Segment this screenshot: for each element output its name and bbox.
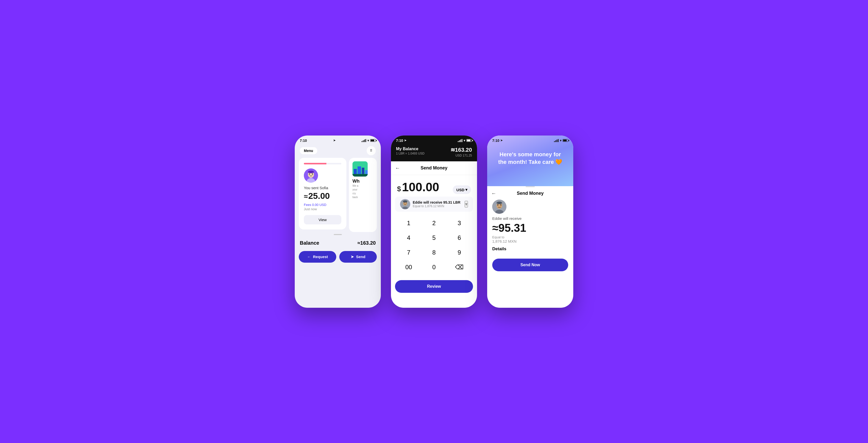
currency-selector[interactable]: USD ▾ bbox=[453, 185, 471, 194]
balance-label: Balance bbox=[300, 240, 319, 246]
svg-point-23 bbox=[497, 202, 502, 204]
recipient-equiv: Equal to 1,876.12 MXN bbox=[413, 204, 462, 208]
second-card: Wh We ayourcryback bbox=[349, 158, 377, 232]
send-money-title-2: Send Money bbox=[421, 166, 447, 171]
key-5[interactable]: 5 bbox=[425, 232, 443, 244]
phone-3: 7:10 ➤ ▾ Here's some money for the month… bbox=[487, 136, 573, 308]
chevron-down-icon: ▾ bbox=[465, 187, 467, 192]
menu-button[interactable]: Menu bbox=[300, 147, 317, 154]
status-bar-1: 7:10 ➤ ▾ bbox=[295, 136, 381, 144]
p3-amount: ≈95.31 bbox=[492, 222, 568, 234]
status-icons-1: ▾ bbox=[362, 139, 376, 142]
balance-info-right: ≋163.20 USD 171.25 bbox=[451, 147, 472, 157]
signal-icon-3 bbox=[554, 139, 559, 142]
fees-text: Fees 0.00 USD bbox=[304, 203, 341, 207]
key-2[interactable]: 2 bbox=[425, 217, 443, 230]
city-illustration bbox=[352, 161, 368, 177]
hero-message: Here's some money for the month! Take ca… bbox=[492, 146, 568, 167]
numpad-row-3: 7 8 9 bbox=[396, 246, 472, 259]
p3-wavy: ≈ bbox=[492, 222, 498, 234]
svg-rect-11 bbox=[352, 174, 368, 177]
my-balance-label: My Balance bbox=[396, 147, 424, 151]
transaction-card: You sent Sofia ≈25.00 Fees 0.00 USD Just… bbox=[299, 158, 346, 230]
svg-point-17 bbox=[403, 200, 407, 202]
p3-eddie-avatar bbox=[492, 200, 506, 214]
sent-label: You sent Sofia bbox=[304, 186, 341, 190]
key-9[interactable]: 9 bbox=[451, 246, 468, 259]
balance-number: ≋163.20 bbox=[451, 147, 472, 153]
battery-icon-1 bbox=[370, 139, 376, 142]
time-3: 7:10 bbox=[492, 139, 499, 143]
location-icon-1: ➤ bbox=[333, 139, 336, 142]
numpad: 1 2 3 4 5 6 7 8 9 00 0 ⌫ bbox=[391, 214, 477, 278]
dollar-sign: $ bbox=[397, 185, 401, 193]
wifi-icon-1: ▾ bbox=[367, 139, 369, 142]
eddie-avatar-svg bbox=[400, 199, 410, 209]
balance-amount: ≈163.20 bbox=[358, 240, 376, 246]
location-icon-2: ➤ bbox=[404, 139, 406, 142]
signal-icon-2 bbox=[458, 139, 462, 142]
back-button-2[interactable]: ← bbox=[395, 165, 400, 171]
second-card-image bbox=[352, 161, 368, 177]
amount-value: 100.00 bbox=[402, 180, 452, 194]
send-icon: ➤ bbox=[351, 255, 354, 259]
numpad-row-4: 00 0 ⌫ bbox=[396, 261, 472, 273]
back-button-3[interactable]: ← bbox=[491, 190, 496, 196]
send-money-header: ← Send Money bbox=[391, 161, 477, 175]
p3-content: ← Send Money Eddie will receive bbox=[487, 186, 573, 276]
chevron-down-icon-2: ▾ bbox=[465, 202, 467, 207]
send-button[interactable]: ➤ Send bbox=[339, 251, 377, 263]
key-1[interactable]: 1 bbox=[400, 217, 417, 230]
key-00[interactable]: 00 bbox=[400, 261, 417, 273]
key-7[interactable]: 7 bbox=[400, 246, 417, 259]
svg-point-5 bbox=[308, 171, 314, 173]
svg-point-4 bbox=[312, 173, 313, 175]
battery-icon-2 bbox=[466, 139, 472, 142]
key-8[interactable]: 8 bbox=[425, 246, 443, 259]
p2-header: My Balance 1 LBR = 1.0493 USD ≋163.20 US… bbox=[391, 144, 477, 161]
numpad-row-2: 4 5 6 bbox=[396, 232, 472, 244]
time-1: 7:10 bbox=[300, 139, 307, 143]
balance-info-left: My Balance 1 LBR = 1.0493 USD bbox=[396, 147, 424, 155]
svg-point-21 bbox=[497, 204, 498, 205]
key-3[interactable]: 3 bbox=[451, 217, 468, 230]
recipient-info: Eddie will receive 95.31 LBR Equal to 1,… bbox=[413, 200, 462, 208]
p3-eddie-avatar-svg bbox=[492, 200, 506, 214]
balance-row: My Balance 1 LBR = 1.0493 USD ≋163.20 US… bbox=[396, 147, 472, 157]
key-4[interactable]: 4 bbox=[400, 232, 417, 244]
status-bar-3: 7:10 ➤ ▾ bbox=[487, 136, 573, 144]
svg-point-15 bbox=[404, 202, 405, 203]
sofia-avatar-svg bbox=[304, 169, 318, 183]
send-now-button[interactable]: Send Now bbox=[492, 259, 568, 271]
battery-icon-3 bbox=[563, 139, 568, 142]
request-button[interactable]: ← Request bbox=[299, 251, 336, 263]
key-6[interactable]: 6 bbox=[451, 232, 468, 244]
card-top-bar bbox=[304, 163, 341, 165]
review-button[interactable]: Review bbox=[395, 280, 473, 293]
svg-point-16 bbox=[406, 202, 407, 203]
p3-recipient-section: Eddie will receive ≈95.31 Equal to 1,876… bbox=[487, 216, 573, 257]
amount-section: $ 100.00 USD ▾ bbox=[391, 175, 477, 197]
expand-button[interactable]: ▾ bbox=[465, 201, 468, 207]
view-button[interactable]: View bbox=[304, 215, 341, 225]
p3-details-label: Details bbox=[492, 246, 568, 252]
sent-amount: ≈25.00 bbox=[304, 191, 341, 201]
time-2: 7:10 bbox=[396, 139, 403, 143]
eddie-avatar bbox=[400, 199, 410, 209]
filter-button[interactable]: ⠿ bbox=[367, 146, 376, 155]
key-backspace[interactable]: ⌫ bbox=[451, 261, 468, 273]
p3-equal-to: Equal to bbox=[492, 235, 568, 239]
rate-text: 1 LBR = 1.0493 USD bbox=[396, 152, 424, 155]
key-0[interactable]: 0 bbox=[425, 261, 443, 273]
p3-send-header: ← Send Money bbox=[487, 187, 573, 200]
second-card-title: Wh bbox=[352, 179, 373, 184]
location-icon-3: ➤ bbox=[500, 139, 503, 142]
action-buttons: ← Request ➤ Send bbox=[295, 249, 381, 267]
wavy-symbol: ≈ bbox=[304, 193, 308, 200]
p3-will-receive-label: Eddie will receive bbox=[492, 216, 568, 220]
signal-icon-1 bbox=[362, 139, 366, 142]
request-icon: ← bbox=[307, 255, 311, 259]
card-area: You sent Sofia ≈25.00 Fees 0.00 USD Just… bbox=[295, 158, 381, 232]
phone-2: 7:10 ➤ ▾ My Balance bbox=[391, 136, 477, 308]
status-icons-3: ▾ bbox=[554, 139, 568, 142]
